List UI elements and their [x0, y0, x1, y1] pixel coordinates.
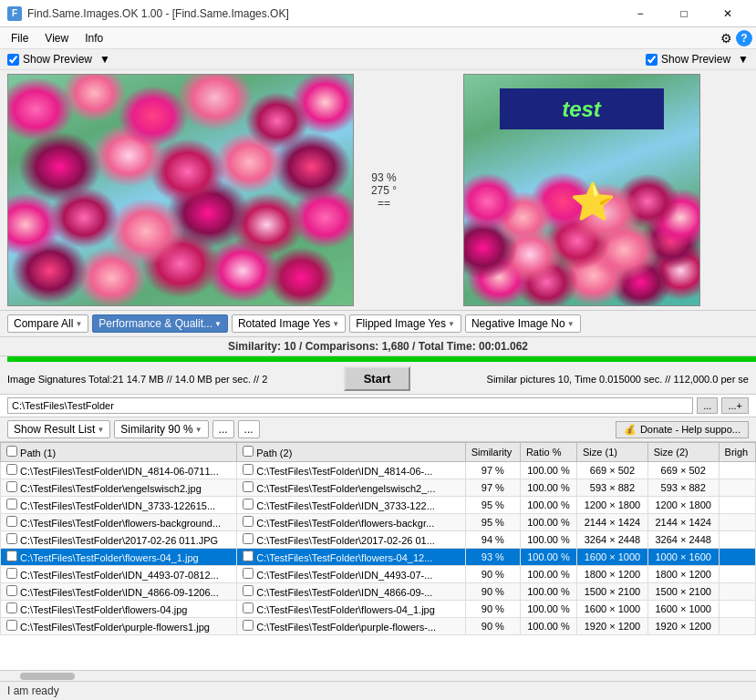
- settings-icon[interactable]: ⚙: [720, 31, 732, 46]
- menu-item-view[interactable]: View: [37, 30, 76, 46]
- th-ratio[interactable]: Ratio %: [520, 443, 576, 462]
- cell-path1: C:\TestFiles\TestFolder\IDN_4493-07-0812…: [1, 566, 237, 583]
- table-body: C:\TestFiles\TestFolder\IDN_4814-06-0711…: [1, 462, 756, 635]
- table-row[interactable]: C:\TestFiles\TestFolder\engelswisch2.jpg…: [1, 479, 756, 497]
- negative-image-button[interactable]: Negative Image No ▼: [465, 314, 581, 333]
- th-path1[interactable]: Path (1): [1, 443, 237, 462]
- table-row[interactable]: C:\TestFiles\TestFolder\flowers-04.jpg C…: [1, 601, 756, 618]
- maximize-button[interactable]: □: [663, 0, 705, 27]
- row-check1-1[interactable]: [6, 481, 17, 492]
- preview2-dropdown-arrow[interactable]: ▼: [738, 53, 749, 66]
- close-button[interactable]: ✕: [707, 0, 749, 27]
- path1-text: C:\TestFiles\TestFolder\2017-02-26 011.J…: [20, 535, 218, 546]
- th-size2[interactable]: Size (2): [647, 443, 719, 462]
- row-check2-1[interactable]: [243, 481, 254, 492]
- cell-size1: 1800 × 1200: [577, 566, 648, 583]
- th-path2[interactable]: Path (2): [237, 443, 466, 462]
- donate-button[interactable]: 💰 Donate - Help suppo...: [616, 421, 749, 438]
- preview1-dropdown-arrow[interactable]: ▼: [99, 53, 110, 66]
- start-button[interactable]: Start: [344, 366, 411, 391]
- row-check1-9[interactable]: [6, 620, 17, 631]
- preview-toolbar: Show Preview ▼ Show Preview ▼: [0, 49, 756, 70]
- horizontal-scrollbar[interactable]: [0, 670, 756, 681]
- performance-quality-button[interactable]: Performance & Qualit... ▼: [92, 314, 228, 333]
- cell-similarity: 90 %: [465, 566, 520, 583]
- dots-button-2[interactable]: ...: [238, 420, 260, 438]
- show-result-list-button[interactable]: Show Result List ▼: [7, 420, 110, 438]
- cell-brigh: [719, 566, 755, 583]
- th-brigh[interactable]: Brigh: [719, 443, 755, 462]
- row-check1-0[interactable]: [6, 464, 17, 475]
- table-row[interactable]: C:\TestFiles\TestFolder\flowers-backgrou…: [1, 514, 756, 531]
- rotated-image-button[interactable]: Rotated Image Yes ▼: [232, 314, 346, 333]
- row-check1-2[interactable]: [6, 499, 17, 510]
- row-check2-8[interactable]: [243, 602, 254, 613]
- path-browse-button[interactable]: ...: [697, 397, 718, 414]
- row-check2-9[interactable]: [243, 620, 254, 631]
- cell-brigh: [719, 531, 755, 549]
- row-check1-6[interactable]: [6, 568, 17, 579]
- cell-size1: 3264 × 2448: [577, 531, 648, 549]
- row-check1-3[interactable]: [6, 516, 17, 527]
- help-icon[interactable]: ?: [736, 30, 752, 46]
- preview-area: 93 % 275 ° == test ⭐: [0, 70, 756, 311]
- table-row[interactable]: C:\TestFiles\TestFolder\IDN_4814-06-0711…: [1, 462, 756, 479]
- flipped-arrow: ▼: [448, 320, 455, 328]
- results-table-container[interactable]: Path (1) Path (2) Similarity Ratio % Siz…: [0, 442, 756, 670]
- preview-panel-right: test ⭐: [414, 74, 749, 306]
- compare-all-button[interactable]: Compare All ▼: [7, 314, 88, 333]
- table-row[interactable]: C:\TestFiles\TestFolder\IDN_4493-07-0812…: [1, 566, 756, 583]
- th-size1[interactable]: Size (1): [577, 443, 648, 462]
- row-check1-5[interactable]: [6, 551, 17, 561]
- row-check2-0[interactable]: [243, 464, 254, 475]
- preview-panel-left: [7, 74, 354, 306]
- path1-text: C:\TestFiles\TestFolder\flowers-backgrou…: [20, 518, 221, 529]
- row-check2-6[interactable]: [243, 568, 254, 579]
- cell-path1: C:\TestFiles\TestFolder\purple-flowers1.…: [1, 618, 237, 635]
- select-all-1-checkbox[interactable]: [6, 446, 17, 457]
- preview-image-left: [7, 74, 354, 306]
- menu-item-info[interactable]: Info: [78, 30, 110, 46]
- table-row[interactable]: C:\TestFiles\TestFolder\flowers-04_1.jpg…: [1, 549, 756, 566]
- show-preview-2-checkbox[interactable]: [646, 54, 658, 66]
- cell-path1: C:\TestFiles\TestFolder\2017-02-26 011.J…: [1, 531, 237, 549]
- row-check1-8[interactable]: [6, 602, 17, 613]
- row-check2-4[interactable]: [243, 533, 254, 544]
- row-check1-7[interactable]: [6, 585, 17, 596]
- table-row[interactable]: C:\TestFiles\TestFolder\purple-flowers1.…: [1, 618, 756, 635]
- similarity-filter-button[interactable]: Similarity 90 % ▼: [114, 420, 208, 438]
- table-row[interactable]: C:\TestFiles\TestFolder\IDN_3733-122615.…: [1, 497, 756, 514]
- path2-text: C:\TestFiles\TestFolder\purple-flowers-.…: [256, 622, 436, 633]
- dots-button-1[interactable]: ...: [212, 420, 234, 438]
- path2-text: C:\TestFiles\TestFolder\IDN_4493-07-...: [256, 570, 432, 581]
- row-check2-3[interactable]: [243, 516, 254, 527]
- flipped-image-button[interactable]: Flipped Image Yes ▼: [349, 314, 461, 333]
- equals-sign: ==: [378, 197, 390, 210]
- cell-brigh: [719, 618, 755, 635]
- path2-text: C:\TestFiles\TestFolder\2017-02-26 01...: [256, 535, 435, 546]
- select-all-2-checkbox[interactable]: [243, 446, 254, 457]
- minimize-button[interactable]: −: [619, 0, 661, 27]
- scrollbar-thumb[interactable]: [20, 673, 75, 680]
- main-content: Show Preview ▼ Show Preview ▼ 93 % 275 °…: [0, 49, 756, 700]
- path-input[interactable]: [7, 397, 693, 414]
- cell-path1: C:\TestFiles\TestFolder\flowers-04.jpg: [1, 601, 237, 618]
- path-add-button[interactable]: ...+: [721, 397, 749, 414]
- cell-path2: C:\TestFiles\TestFolder\IDN_4814-06-...: [237, 462, 466, 479]
- table-row[interactable]: C:\TestFiles\TestFolder\2017-02-26 011.J…: [1, 531, 756, 549]
- show-preview-2-label[interactable]: Show Preview: [646, 53, 730, 66]
- row-check2-2[interactable]: [243, 499, 254, 510]
- row-check1-4[interactable]: [6, 533, 17, 544]
- show-preview-1-checkbox[interactable]: [7, 54, 19, 66]
- cell-brigh: [719, 479, 755, 497]
- row-check2-5[interactable]: [243, 551, 254, 561]
- table-row[interactable]: C:\TestFiles\TestFolder\IDN_4866-09-1206…: [1, 583, 756, 601]
- row-check2-7[interactable]: [243, 585, 254, 596]
- rotated-arrow: ▼: [332, 320, 339, 328]
- menu-item-file[interactable]: File: [4, 30, 36, 46]
- flower-image-left: [8, 75, 353, 305]
- info-bar: Image Signatures Total:21 14.7 MB // 14.…: [0, 364, 756, 395]
- th-similarity[interactable]: Similarity: [465, 443, 520, 462]
- cell-path2: C:\TestFiles\TestFolder\2017-02-26 01...: [237, 531, 466, 549]
- show-preview-1-label[interactable]: Show Preview: [7, 53, 92, 66]
